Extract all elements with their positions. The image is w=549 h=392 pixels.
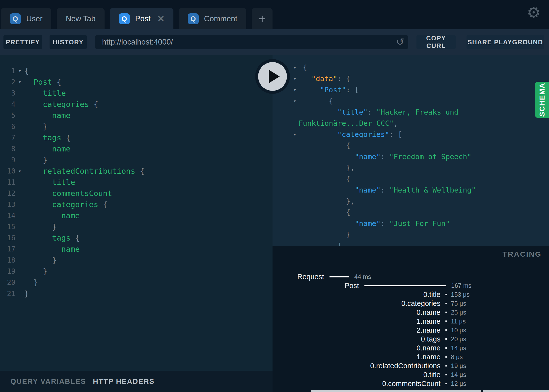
line-number: 20 xyxy=(0,277,15,288)
response-line: ] xyxy=(273,240,549,246)
line-number: 4 xyxy=(0,99,15,110)
tracing-row: Post167 ms xyxy=(273,281,549,290)
schema-side-tab-label: SCHEMA xyxy=(538,83,546,117)
response-line: "title": "Hacker, Freaks und xyxy=(273,107,549,118)
copy-curl-button[interactable]: COPY CURL xyxy=(416,35,456,49)
tracing-row-label: 2.name xyxy=(273,326,440,334)
code-line: 18 } xyxy=(0,255,273,266)
query-editor[interactable]: 1▾{2▾ Post {3 title4 categories {5 name6… xyxy=(0,55,273,371)
query-variables-tab[interactable]: QUERY VARIABLES xyxy=(10,377,86,386)
schema-side-tab[interactable]: SCHEMA xyxy=(535,82,549,118)
fold-spacer xyxy=(15,232,24,244)
code-line: 21} xyxy=(0,288,273,299)
tracing-row: Request44 ms xyxy=(273,272,549,281)
response-line: { xyxy=(273,173,549,185)
line-number: 19 xyxy=(0,266,15,277)
tracing-dot-marker xyxy=(445,347,447,349)
fold-arrow-icon[interactable]: ▾ xyxy=(15,65,24,76)
tracing-row-value: 153 μs xyxy=(451,291,470,298)
settings-gear-icon[interactable]: ⚙ xyxy=(527,5,541,20)
fold-arrow-icon[interactable]: ▾ xyxy=(293,62,296,73)
tracing-row-label: 0.categories xyxy=(273,299,440,308)
history-button[interactable]: HISTORY xyxy=(50,35,87,49)
tracing-row-value: 8 μs xyxy=(451,353,463,361)
reload-schema-icon[interactable]: ↺ xyxy=(396,36,404,48)
fold-spacer xyxy=(15,132,24,143)
execute-button[interactable] xyxy=(255,59,290,94)
tab-label: User xyxy=(26,14,42,23)
code-line: 20 } xyxy=(0,277,273,288)
tracing-row-label: 1.name xyxy=(273,353,440,361)
code-line: 8 name xyxy=(0,143,273,154)
tracing-dot-marker xyxy=(445,338,447,340)
tracing-row-value: 14 μs xyxy=(451,371,466,378)
fold-spacer xyxy=(15,121,24,132)
tracing-row-value: 19 μs xyxy=(451,362,466,369)
tab-new-tab[interactable]: New Tab xyxy=(57,8,104,29)
tracing-row: 0.name14 μs xyxy=(273,343,549,352)
response-viewer: ▾{▾ "data": {▾ "Post": [▾ { "title": "Ha… xyxy=(273,55,549,246)
line-number: 17 xyxy=(0,244,15,255)
tab-list: QUserNew TabQPost×QComment+ xyxy=(1,8,273,29)
tracing-row: 0.title153 μs xyxy=(273,290,549,299)
response-line: "name": "Freedom of Speech" xyxy=(273,151,549,162)
tab-label: Comment xyxy=(204,14,237,23)
tracing-row-label: Request xyxy=(297,273,324,281)
tracing-row-value: 25 μs xyxy=(451,309,466,316)
tab-label: New Tab xyxy=(66,14,95,23)
line-number: 9 xyxy=(0,154,15,166)
plus-icon: + xyxy=(258,12,266,25)
fold-spacer xyxy=(15,221,24,232)
tracing-row-value: 20 μs xyxy=(451,336,466,343)
fold-arrow-icon[interactable]: ▾ xyxy=(15,166,24,177)
response-line: ▾ "data": { xyxy=(273,73,549,84)
fold-spacer xyxy=(15,177,24,188)
response-line: } xyxy=(273,229,549,240)
share-playground-button[interactable]: SHARE PLAYGROUND xyxy=(467,35,544,49)
tracing-row: 0.tags20 μs xyxy=(273,335,549,343)
fold-spacer xyxy=(15,110,24,121)
fold-spacer xyxy=(15,266,24,277)
tracing-row: 0.commentsCount12 μs xyxy=(273,379,549,388)
fold-arrow-icon[interactable]: ▾ xyxy=(293,84,296,96)
fold-arrow-icon[interactable]: ▾ xyxy=(293,73,296,84)
tracing-row-value: 14 μs xyxy=(451,344,466,352)
fold-spacer xyxy=(15,210,24,221)
line-number: 16 xyxy=(0,232,15,244)
tracing-row: 0.categories75 μs xyxy=(273,299,549,308)
line-number: 11 xyxy=(0,177,15,188)
scrollbar-notch xyxy=(481,390,483,392)
code-line: 12 commentsCount xyxy=(0,188,273,199)
endpoint-url-input[interactable] xyxy=(95,35,408,49)
close-icon[interactable]: × xyxy=(158,14,165,23)
new-tab-button[interactable]: + xyxy=(252,8,273,29)
tracing-row: 0.title14 μs xyxy=(273,370,549,379)
code-line: 9 } xyxy=(0,154,273,166)
tracing-title: TRACING xyxy=(502,250,542,258)
tab-user[interactable]: QUser xyxy=(1,8,51,29)
query-badge-icon: Q xyxy=(188,13,199,24)
fold-arrow-icon[interactable]: ▾ xyxy=(293,96,296,107)
code-line: 11 title xyxy=(0,177,273,188)
line-number: 8 xyxy=(0,143,15,154)
tab-post[interactable]: QPost× xyxy=(110,8,173,29)
response-line: ▾ { xyxy=(273,96,549,107)
query-badge-icon: Q xyxy=(10,13,21,24)
tab-comment[interactable]: QComment xyxy=(179,8,246,29)
code-line: 7 tags { xyxy=(0,132,273,143)
response-line: "name": "Health & Wellbeing" xyxy=(273,185,549,196)
fold-arrow-icon[interactable]: ▾ xyxy=(293,129,296,140)
horizontal-scrollbar[interactable] xyxy=(311,390,549,392)
code-line: 14 name xyxy=(0,210,273,221)
tracing-row-value: 12 μs xyxy=(451,380,466,387)
tracing-row: 1.name8 μs xyxy=(273,352,549,361)
tracing-duration-bar xyxy=(329,276,349,277)
fold-arrow-icon[interactable]: ▾ xyxy=(15,76,24,88)
tracing-dot-marker xyxy=(445,303,447,304)
tracing-row-value: 75 μs xyxy=(451,300,466,307)
http-headers-tab[interactable]: HTTP HEADERS xyxy=(93,377,155,386)
tracing-dot-marker xyxy=(445,374,447,375)
line-number: 3 xyxy=(0,88,15,99)
code-line: 19 } xyxy=(0,266,273,277)
prettify-button[interactable]: PRETTIFY xyxy=(3,35,42,49)
